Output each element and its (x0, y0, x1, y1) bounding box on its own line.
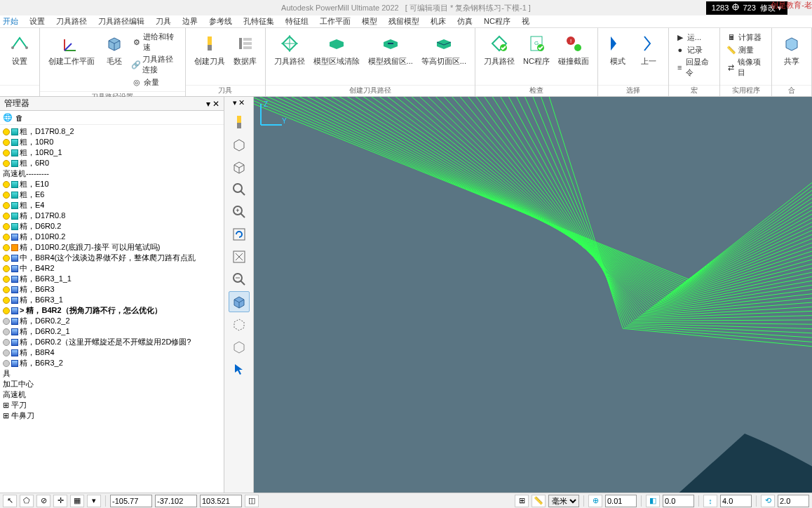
step-input[interactable] (720, 495, 752, 507)
mirror-button[interactable]: ⇄镜像项目 (724, 56, 767, 79)
record-button[interactable]: ●记录 (673, 44, 716, 56)
check-nc-button[interactable]: G NC程序 (519, 31, 554, 68)
zoom-fit-button[interactable] (229, 179, 250, 200)
bulb-icon[interactable] (3, 276, 10, 283)
sb-step-icon[interactable]: ↕ (703, 495, 717, 507)
sb-more-icon[interactable]: ▾ (87, 495, 101, 507)
menu-toolpath[interactable]: 刀具路径 (56, 16, 87, 27)
hidden-line-button[interactable] (229, 314, 250, 335)
feed-speed-button[interactable]: ⚙进给和转速 (130, 31, 181, 53)
tree-item[interactable]: 具 (1, 368, 222, 379)
sb-grid-icon[interactable]: ▦ (70, 495, 84, 507)
sb-cursor-icon[interactable]: ↖ (3, 495, 17, 507)
menu-model[interactable]: 模型 (362, 16, 377, 27)
mode-button[interactable]: 模式 (602, 31, 633, 68)
close-icon[interactable]: ✕ (212, 99, 219, 109)
menu-boundary[interactable]: 边界 (182, 16, 198, 27)
bulb-icon[interactable] (3, 297, 10, 304)
tree-item[interactable]: 精，D17R0.8 (1, 210, 222, 221)
tree-item[interactable]: 精，D10R0.2(底跟刀-接平 可以用笔试吗) (1, 242, 222, 253)
setup-button[interactable]: 设置 (4, 31, 35, 68)
run-button[interactable]: ▶运... (673, 31, 716, 44)
bulb-icon[interactable] (3, 255, 10, 262)
bulb-icon[interactable] (3, 223, 10, 230)
sb-ruler-icon[interactable]: 📏 (532, 495, 546, 507)
bulb-icon[interactable] (3, 234, 10, 241)
shaded-button[interactable] (229, 291, 250, 312)
sb-tangent-icon[interactable]: ⊘ (36, 495, 50, 507)
bulb-icon[interactable] (3, 202, 10, 209)
coord-z-input[interactable] (200, 495, 242, 507)
tree-item[interactable]: 中，B8R4(这个浅谈边界做不好，整体爬刀路有点乱 (1, 253, 222, 263)
tree-item[interactable]: ⊞ 牛鼻刀 (1, 410, 222, 421)
menu-feature[interactable]: 孔特征集 (243, 16, 274, 27)
calc-button[interactable]: 🖩计算器 (724, 31, 767, 44)
tree-item[interactable]: 粗，E4 (1, 200, 222, 210)
refresh-button[interactable] (229, 224, 250, 245)
iso-view-button[interactable] (229, 134, 250, 155)
tree-item[interactable]: 粗，10R0 (1, 137, 222, 147)
manager-tree[interactable]: 粗，D17R0.8_2粗，10R0粗，10R0_1粗，6R0高速机-------… (0, 125, 224, 493)
select-button[interactable] (229, 359, 250, 380)
tree-item[interactable]: 精，B6R3_1_1 (1, 274, 222, 284)
zoom-out-button[interactable] (229, 269, 250, 290)
tree-item[interactable]: 精，D6R0.2_2 (1, 316, 222, 326)
sb-axis-icon[interactable]: ✛ (53, 495, 67, 507)
menu-start[interactable]: 开始 (3, 16, 18, 27)
prev-button[interactable]: 上一 (633, 31, 664, 68)
leads-button[interactable]: ◎余量 (130, 76, 181, 88)
zoom-window-button[interactable] (229, 246, 250, 267)
menu-toolpath-edit[interactable]: 刀具路径编辑 (98, 16, 144, 27)
tree-item[interactable]: 粗，E6 (1, 189, 222, 200)
bulb-icon[interactable] (3, 265, 10, 272)
tree-item[interactable]: 精，B6R3 (1, 284, 222, 295)
share-button[interactable]: 共享 (776, 31, 807, 68)
zoom-button[interactable]: + (229, 201, 250, 222)
menu-stockmodel[interactable]: 残留模型 (388, 16, 419, 27)
bulb-icon[interactable] (3, 244, 10, 251)
menu-simulate[interactable]: 仿真 (457, 16, 473, 27)
tool-view-button[interactable] (229, 112, 250, 133)
bulb-icon[interactable] (3, 128, 10, 135)
toolpath-button[interactable]: 刀具路径 (270, 31, 309, 68)
coord-x-input[interactable] (110, 495, 152, 507)
bulb-icon[interactable] (3, 213, 10, 220)
macro-button[interactable]: ≡回显命令 (673, 56, 716, 79)
database-button[interactable]: 数据库 (229, 31, 261, 68)
tree-item[interactable]: 精，D6R0.2_1 (1, 326, 222, 337)
bulb-icon[interactable] (3, 149, 10, 156)
bulb-icon[interactable] (3, 160, 10, 167)
close-icon[interactable]: ✕ (238, 98, 245, 107)
unit-select[interactable]: 毫米 (548, 495, 579, 507)
bulb-icon[interactable] (3, 139, 10, 146)
tree-item[interactable]: 粗，6R0 (1, 158, 222, 168)
menu-ncprogram[interactable]: NC程序 (484, 16, 510, 27)
tree-item[interactable]: > 精，B4R2（拐角刀路不行，怎么优化） (1, 305, 222, 316)
tree-item[interactable]: ⊞ 平刀 (1, 400, 222, 410)
tree-item[interactable]: 高速机 (1, 389, 222, 400)
sb-cube-icon[interactable]: ◫ (245, 495, 259, 507)
tree-item[interactable]: 精，D6R0.2（这里开螺旋还是不开螺旋用2D修圆? (1, 337, 222, 347)
check-toolpath-button[interactable]: 刀具路径 (480, 31, 519, 68)
coord-y-input[interactable] (155, 495, 197, 507)
tree-item[interactable]: 粗，10R0_1 (1, 147, 222, 158)
sb-pick-icon[interactable]: ⊞ (515, 495, 529, 507)
stock-input[interactable] (663, 495, 694, 507)
block-view-button[interactable] (229, 336, 250, 357)
model-rest-button[interactable]: 模型残留区... (364, 31, 417, 68)
bulb-icon[interactable] (3, 286, 10, 293)
measure-button[interactable]: 📏测量 (724, 44, 767, 56)
trash-icon[interactable]: 🗑 (15, 114, 23, 122)
tree-item[interactable]: 粗，D17R0.8_2 (1, 126, 222, 137)
bulb-icon[interactable] (3, 192, 10, 199)
bulb-icon[interactable] (3, 181, 10, 188)
model-area-button[interactable]: 模型区域清除 (309, 31, 364, 68)
create-workplane-button[interactable]: 创建工作平面 (44, 31, 99, 68)
menu-machine[interactable]: 机床 (431, 16, 446, 27)
sb-stock-icon[interactable]: ◧ (646, 495, 660, 507)
sb-other-icon[interactable]: ⟲ (761, 495, 775, 507)
bulb-icon[interactable] (3, 318, 10, 325)
bulb-icon[interactable] (3, 360, 10, 367)
tree-item[interactable]: 高速机--------- (1, 168, 222, 179)
menu-workplane[interactable]: 工作平面 (320, 16, 351, 27)
